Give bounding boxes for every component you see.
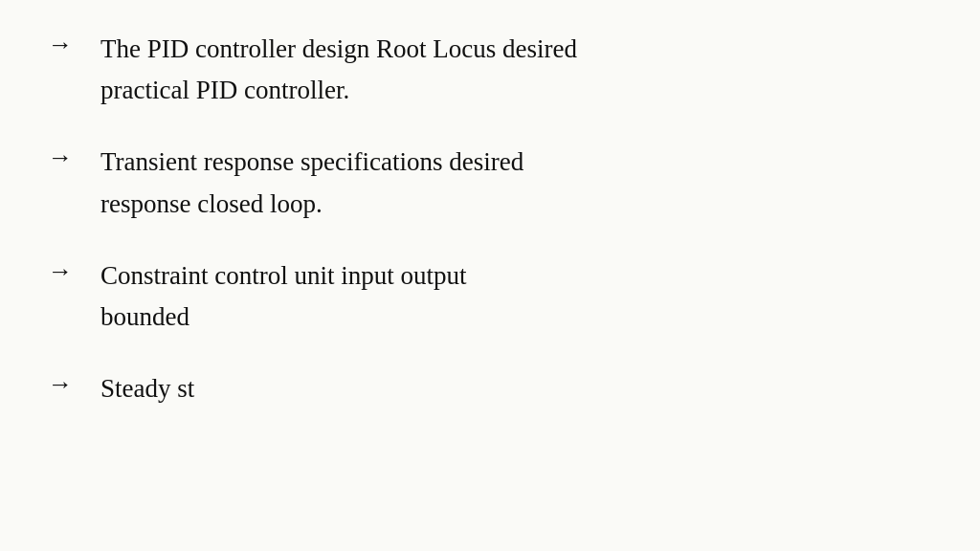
page: → The PID controller design Root Locus d… [0, 0, 980, 551]
arrow-2: → [48, 142, 100, 172]
arrow-3: → [48, 255, 100, 286]
text-line-3-2: bounded [100, 302, 189, 331]
text-line-2-1: Transient response specifications desire… [100, 147, 523, 176]
bullet-item-1: → The PID controller design Root Locus d… [48, 29, 932, 111]
text-line-3-1: Constraint control unit input output [100, 261, 466, 290]
arrow-4: → [48, 368, 100, 399]
text-line-1-2: practical PID controller. [100, 76, 349, 104]
text-block-2: Transient response specifications desire… [100, 142, 932, 224]
text-block-3: Constraint control unit input output bou… [100, 255, 932, 338]
text-block-1: The PID controller design Root Locus des… [100, 29, 932, 111]
text-block-4: Steady st [100, 368, 932, 409]
bullet-item-2: → Transient response specifications desi… [48, 142, 932, 224]
text-line-1-1: The PID controller design Root Locus des… [100, 34, 577, 63]
arrow-1: → [48, 29, 100, 59]
bullet-item-4: → Steady st [48, 368, 932, 409]
text-line-2-2: response closed loop. [100, 189, 323, 218]
text-line-4-1: Steady st [100, 374, 194, 403]
bullet-item-3: → Constraint control unit input output b… [48, 255, 932, 338]
